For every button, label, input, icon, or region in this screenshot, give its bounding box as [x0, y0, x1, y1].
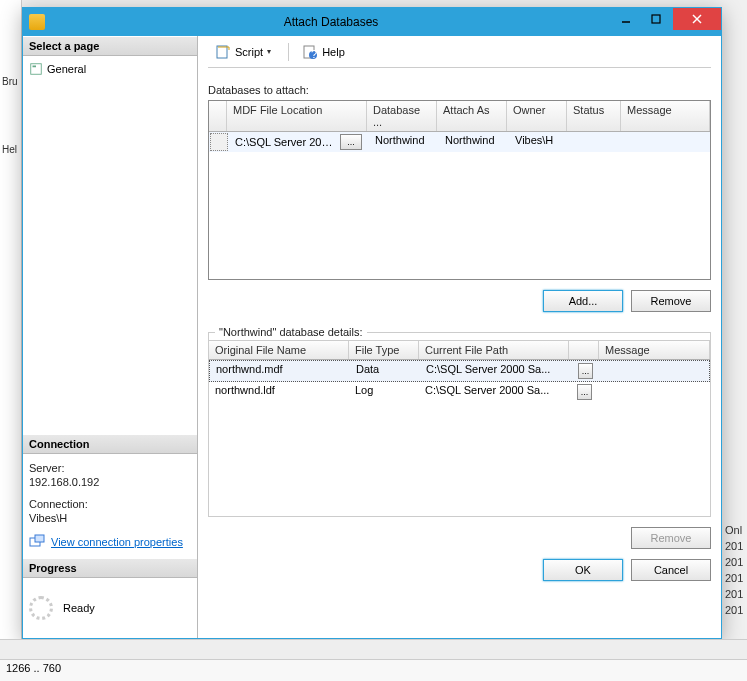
toolbar-separator — [288, 43, 289, 61]
bg-truncated-text: Bru — [2, 76, 18, 87]
help-button[interactable]: ? Help — [295, 41, 352, 63]
close-button[interactable] — [673, 8, 721, 30]
help-label: Help — [322, 46, 345, 58]
cell-status — [569, 132, 623, 152]
database-details-grid[interactable]: Original File Name File Type Current Fil… — [209, 340, 710, 516]
cell-file-name[interactable]: northwnd.ldf — [209, 382, 349, 402]
properties-icon — [29, 534, 45, 550]
col-status[interactable]: Status — [567, 101, 621, 131]
window-title: Attach Databases — [51, 15, 611, 29]
table-row[interactable]: northwnd.ldf Log C:\SQL Server 2000 Sa..… — [209, 382, 710, 402]
svg-rect-7 — [35, 535, 44, 542]
help-icon: ? — [302, 44, 318, 60]
svg-rect-1 — [652, 15, 660, 23]
server-label: Server: — [29, 462, 191, 474]
cell-owner[interactable]: Vibes\H — [509, 132, 569, 152]
cell-file-path[interactable]: C:\SQL Server 2000 Sa... — [420, 361, 570, 381]
svg-text:?: ? — [311, 48, 317, 60]
col-mdf[interactable]: MDF File Location — [227, 101, 367, 131]
background-panel-right: Onl 201 201 201 201 201 — [723, 520, 747, 624]
page-item-label: General — [47, 63, 86, 75]
toolbar: Script ▾ ? Help — [208, 40, 711, 68]
view-connection-properties-link[interactable]: View connection properties — [51, 536, 183, 548]
left-pane: Select a page General Connection Server:… — [23, 36, 198, 638]
col-original-name[interactable]: Original File Name — [209, 341, 349, 359]
bg-text: 201 — [725, 588, 745, 600]
grid-header-row: Original File Name File Type Current Fil… — [209, 341, 710, 360]
page-list: General — [23, 56, 197, 434]
col-file-type[interactable]: File Type — [349, 341, 419, 359]
col-current-path[interactable]: Current File Path — [419, 341, 569, 359]
browse-button[interactable]: ... — [577, 384, 592, 400]
cell-message — [623, 132, 710, 152]
cell-attach-as[interactable]: Northwind — [439, 132, 509, 152]
page-item-general[interactable]: General — [29, 60, 191, 78]
col-database[interactable]: Database ... — [367, 101, 437, 131]
progress-header: Progress — [23, 558, 197, 578]
connection-section: Server: 192.168.0.192 Connection: Vibes\… — [23, 454, 197, 558]
progress-status: Ready — [63, 602, 95, 614]
table-row[interactable]: northwnd.mdf Data C:\SQL Server 2000 Sa.… — [209, 360, 710, 382]
cell-file-type: Data — [350, 361, 420, 381]
background-panel-left: Bru Hel — [0, 0, 22, 681]
cell-message — [600, 361, 709, 381]
script-button[interactable]: Script ▾ — [208, 41, 282, 63]
spinner-icon — [29, 596, 53, 620]
ok-button[interactable]: OK — [543, 559, 623, 581]
right-pane: Script ▾ ? Help Databases to attach: MDF… — [198, 36, 721, 638]
cell-message — [599, 382, 710, 402]
status-text: 1266 .. 760 — [6, 662, 61, 674]
cell-database[interactable]: Northwind — [369, 132, 439, 152]
row-selector[interactable] — [210, 133, 228, 151]
col-attach-as[interactable]: Attach As — [437, 101, 507, 131]
server-value: 192.168.0.192 — [29, 476, 191, 488]
database-details-fieldset: "Northwind" database details: Original F… — [208, 326, 711, 517]
bg-text: 201 — [725, 604, 745, 616]
background-toolbar — [0, 639, 747, 659]
bg-text: Onl — [725, 524, 745, 536]
col-browse — [569, 341, 599, 359]
grid-header-row: MDF File Location Database ... Attach As… — [209, 101, 710, 132]
col-message[interactable]: Message — [621, 101, 710, 131]
select-page-header: Select a page — [23, 36, 197, 56]
browse-button[interactable]: ... — [578, 363, 593, 379]
col-owner[interactable]: Owner — [507, 101, 567, 131]
cell-file-type: Log — [349, 382, 419, 402]
script-label: Script — [235, 46, 263, 58]
chevron-down-icon: ▾ — [267, 47, 275, 56]
connection-header: Connection — [23, 434, 197, 454]
bg-text: 201 — [725, 540, 745, 552]
attach-databases-dialog: Attach Databases Select a page General C… — [22, 7, 722, 639]
progress-section: Ready — [23, 578, 197, 638]
script-icon — [215, 44, 231, 60]
browse-button[interactable]: ... — [340, 134, 362, 150]
details-legend: "Northwind" database details: — [215, 326, 367, 338]
bg-text: 201 — [725, 572, 745, 584]
databases-to-attach-label: Databases to attach: — [208, 84, 711, 96]
cell-mdf: C:\SQL Server 2000... — [235, 136, 338, 148]
bg-truncated-text: Hel — [2, 144, 17, 155]
cancel-button[interactable]: Cancel — [631, 559, 711, 581]
col-message[interactable]: Message — [599, 341, 710, 359]
table-row[interactable]: C:\SQL Server 2000... ... Northwind Nort… — [209, 132, 710, 152]
cell-file-path[interactable]: C:\SQL Server 2000 Sa... — [419, 382, 569, 402]
bg-text: 201 — [725, 556, 745, 568]
minimize-button[interactable] — [611, 8, 641, 30]
databases-to-attach-grid[interactable]: MDF File Location Database ... Attach As… — [208, 100, 711, 280]
add-button[interactable]: Add... — [543, 290, 623, 312]
svg-rect-8 — [217, 46, 227, 58]
row-header-col — [209, 101, 227, 131]
maximize-button[interactable] — [641, 8, 671, 30]
connection-label: Connection: — [29, 498, 191, 510]
connection-value: Vibes\H — [29, 512, 191, 524]
database-icon — [29, 14, 45, 30]
titlebar[interactable]: Attach Databases — [23, 8, 721, 36]
background-statusbar: 1266 .. 760 — [0, 659, 747, 681]
details-remove-button: Remove — [631, 527, 711, 549]
svg-rect-4 — [31, 64, 42, 75]
svg-rect-5 — [33, 66, 37, 68]
page-icon — [29, 62, 43, 76]
cell-file-name[interactable]: northwnd.mdf — [210, 361, 350, 381]
remove-button[interactable]: Remove — [631, 290, 711, 312]
